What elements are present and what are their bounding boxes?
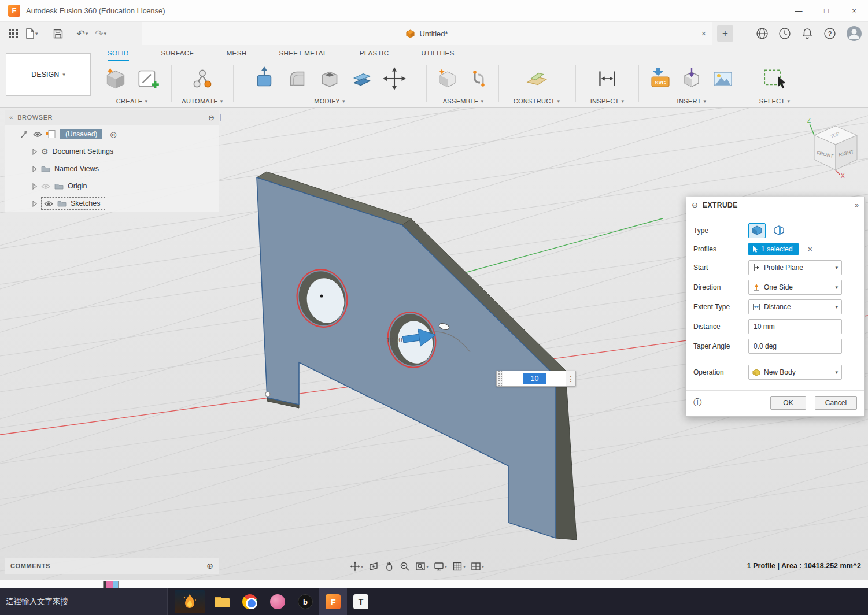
press-pull-button[interactable] (252, 65, 278, 92)
comments-bar[interactable]: COMMENTS ⊕ (5, 558, 219, 574)
offset-plane-button[interactable] (349, 65, 375, 92)
inspect-dropdown[interactable]: INSPECT▾ (590, 96, 625, 106)
tab-close-button[interactable]: × (701, 22, 706, 45)
create-sketch-button[interactable] (135, 65, 161, 92)
new-component-button[interactable] (435, 66, 460, 91)
tree-item-sketches[interactable]: Sketches (5, 195, 219, 212)
shell-button[interactable] (316, 65, 343, 92)
notifications-bell-icon[interactable] (801, 27, 814, 40)
tab-mesh[interactable]: MESH (227, 45, 247, 61)
info-icon[interactable]: ⓘ (693, 398, 701, 408)
tree-item-named-views[interactable]: Named Views (5, 160, 219, 177)
profiles-selected-button[interactable]: 1 selected (748, 243, 799, 255)
viewports-button[interactable]: ▾ (469, 561, 486, 572)
insert-derive-button[interactable] (679, 66, 704, 91)
assemble-dropdown[interactable]: ASSEMBLE▾ (443, 96, 484, 106)
viewport-3d[interactable]: 10.00 ⋮ Z (0, 108, 868, 580)
display-settings-button[interactable]: ▾ (432, 561, 449, 572)
visibility-eye-icon[interactable] (44, 201, 53, 207)
look-at-button[interactable] (367, 561, 381, 572)
help-icon[interactable]: ? (823, 27, 836, 40)
insert-svg-button[interactable]: SVG (648, 66, 673, 91)
move-copy-button[interactable] (381, 65, 408, 92)
taskbar-chrome[interactable] (236, 588, 264, 615)
select-button[interactable] (761, 65, 789, 92)
modify-dropdown[interactable]: MODIFY▾ (314, 96, 345, 106)
ok-button[interactable]: OK (770, 396, 806, 410)
new-tab-button[interactable]: + (717, 25, 733, 42)
direction-select[interactable]: One Side ▾ (748, 280, 842, 295)
insert-dropdown[interactable]: INSERT▾ (677, 96, 707, 106)
cancel-button[interactable]: Cancel (815, 396, 857, 410)
create-dropdown[interactable]: CREATE▾ (116, 96, 147, 106)
close-button[interactable]: × (840, 0, 868, 22)
tree-item-document-settings[interactable]: ⚙ Document Settings (5, 143, 219, 160)
extension-globe-icon[interactable] (756, 27, 769, 40)
tab-surface[interactable]: SURFACE (161, 45, 194, 61)
document-name-badge[interactable]: (Unsaved) (60, 129, 102, 139)
fit-button[interactable]: ▾ (413, 561, 430, 572)
minimized-window-thumbnail[interactable] (103, 581, 119, 588)
start-select[interactable]: Profile Plane ▾ (748, 260, 842, 275)
select-dropdown[interactable]: SELECT▾ (759, 96, 790, 106)
document-tab[interactable]: Untitled* × (142, 22, 712, 45)
taper-angle-field[interactable] (748, 339, 842, 354)
joint-button[interactable] (466, 66, 492, 91)
undo-button[interactable]: ↶ ▾ (75, 25, 91, 42)
tree-item-origin[interactable]: Origin (5, 177, 219, 195)
tab-utilities[interactable]: UTILITIES (421, 45, 454, 61)
taskbar-t-app[interactable]: T (347, 588, 375, 615)
file-menu-button[interactable]: ▾ (23, 25, 40, 42)
news-widget-button[interactable] (175, 590, 205, 613)
distance-input-box[interactable]: ⋮ (496, 371, 576, 387)
clear-selection-icon[interactable]: × (808, 244, 812, 254)
expand-caret-icon[interactable] (32, 166, 37, 172)
taskbar-search-box[interactable]: 這裡輸入文字來搜 (0, 588, 168, 615)
expand-caret-icon[interactable] (32, 183, 37, 190)
job-status-clock-icon[interactable] (778, 27, 791, 40)
extent-type-select[interactable]: Distance ▾ (748, 299, 842, 314)
dialog-header[interactable]: ⊖ EXTRUDE » (686, 197, 864, 213)
drag-grip-icon[interactable] (497, 371, 503, 386)
sketch-point-marker[interactable] (265, 392, 270, 397)
pan-button[interactable] (382, 561, 396, 572)
distance-value-input[interactable] (523, 373, 546, 384)
fillet-button[interactable] (284, 65, 311, 92)
maximize-button[interactable]: □ (812, 0, 840, 22)
view-cube[interactable]: Z TOP FRONT RIGHT X (803, 116, 866, 182)
visibility-eye-icon[interactable] (33, 131, 42, 138)
add-comment-icon[interactable]: ⊕ (206, 561, 213, 570)
operation-select[interactable]: New Body ▾ (748, 365, 842, 380)
tab-solid[interactable]: SOLID (108, 45, 129, 61)
minimize-dialog-icon[interactable]: ⊖ (692, 201, 698, 209)
expand-caret-icon[interactable] (32, 149, 37, 155)
type-thin-extrude-button[interactable] (770, 223, 788, 238)
insert-canvas-button[interactable] (710, 66, 736, 91)
taskbar-b-app[interactable]: b (291, 588, 319, 615)
browser-header[interactable]: « BROWSER ⊖ (5, 110, 219, 125)
activate-component-radio[interactable]: ◎ (110, 130, 116, 139)
orbit-button[interactable]: ▾ (348, 561, 365, 572)
save-button[interactable] (51, 25, 65, 42)
collapse-dialog-icon[interactable]: » (855, 201, 859, 209)
app-grid-menu-button[interactable] (6, 25, 21, 42)
type-extrude-button[interactable] (748, 223, 766, 238)
measure-button[interactable] (594, 65, 620, 92)
tab-sheet-metal[interactable]: SHEET METAL (279, 45, 327, 61)
taskbar-paint-app[interactable] (264, 588, 291, 615)
construct-plane-button[interactable] (523, 65, 550, 92)
taskbar-file-explorer[interactable] (208, 588, 236, 615)
user-avatar[interactable] (846, 25, 862, 42)
minimize-button[interactable]: — (785, 0, 812, 22)
new-form-button[interactable] (102, 65, 129, 92)
workspace-design-button[interactable]: DESIGN ▾ (6, 53, 91, 96)
redo-button[interactable]: ↷ ▾ (93, 25, 109, 42)
collapse-panel-icon[interactable]: « (9, 114, 13, 121)
panel-grip-icon[interactable]: ❘ (217, 113, 223, 121)
grid-snap-button[interactable]: ▾ (450, 561, 467, 572)
tab-plastic[interactable]: PLASTIC (360, 45, 389, 61)
automate-dropdown[interactable]: AUTOMATE▾ (182, 96, 223, 106)
taskbar-fusion360[interactable]: F (319, 588, 347, 615)
automate-button[interactable] (189, 65, 216, 92)
tree-root-document[interactable]: (Unsaved) ◎ (5, 125, 219, 143)
